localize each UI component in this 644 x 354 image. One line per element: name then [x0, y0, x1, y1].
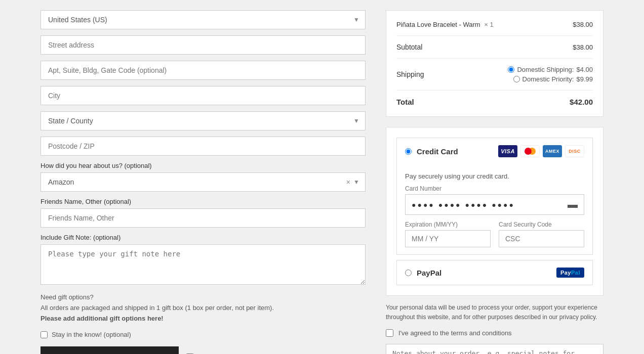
product-name: Piñata Love Bracelet - Warm × 1 — [396, 21, 494, 28]
total-row: Total $42.00 — [396, 98, 593, 106]
paypal-logo: PayPal — [556, 268, 584, 278]
state-group: State / County ▼ — [41, 111, 366, 130]
gift-options-heading: Need gift options? — [41, 293, 94, 301]
how-hear-clear-button[interactable]: × — [346, 178, 350, 186]
gift-options-line2: Please add additional gift options here! — [41, 315, 164, 322]
credit-card-header: Credit Card VISA AMEX DISC — [405, 145, 584, 157]
state-select[interactable]: State / County — [41, 111, 366, 130]
privacy-text: Your personal data will be used to proce… — [386, 303, 603, 322]
postcode-input[interactable] — [41, 137, 366, 156]
order-notes-textarea[interactable] — [386, 344, 603, 354]
credit-card-desc: Pay securely using your credit card. — [405, 172, 584, 180]
card-number-dots: ●●●● ●●●● ●●●● ●●●● — [412, 201, 568, 209]
gift-info-block: Need gift options? All orders are packag… — [41, 292, 366, 324]
country-group: United States (US) ▼ — [41, 10, 366, 29]
card-number-row: ●●●● ●●●● ●●●● ●●●● ▬ — [405, 194, 584, 215]
visa-icon: VISA — [498, 145, 517, 157]
credit-card-method: Credit Card VISA AMEX DISC — [396, 138, 593, 255]
gift-options-line1: All orders are packaged and shipped in 1… — [41, 304, 274, 312]
discover-icon: DISC — [565, 145, 584, 157]
domestic-shipping-label: Domestic Shipping: — [517, 66, 574, 73]
paypal-method: PayPal PayPal — [396, 260, 593, 285]
amex-icon: AMEX — [543, 145, 562, 157]
domestic-shipping-price: $4.00 — [576, 66, 593, 73]
city-group — [41, 86, 366, 105]
shipping-options: Domestic Shipping: $4.00 Domestic Priori… — [508, 66, 593, 83]
friends-group: Friends Name, Other (optional) — [41, 198, 366, 228]
stay-in-know-checkbox[interactable] — [41, 331, 48, 338]
billing-form: United States (US) ▼ State / County ▼ — [41, 10, 381, 354]
paypal-radio[interactable] — [405, 270, 412, 276]
gift-note-textarea[interactable] — [41, 244, 366, 285]
payment-section: Credit Card VISA AMEX DISC — [386, 127, 603, 296]
subtotal-label: Subtotal — [396, 43, 422, 51]
csc-input[interactable] — [499, 230, 584, 247]
domestic-shipping-option: Domestic Shipping: $4.00 — [508, 66, 593, 73]
gift-note-group: Include Gift Note: (optional) — [41, 234, 366, 286]
card-icons: VISA AMEX DISC — [498, 145, 584, 157]
card-number-label: Card Number — [405, 185, 584, 192]
how-hear-group: How did you hear about us? (optional) Am… — [41, 162, 366, 192]
apt-input[interactable] — [41, 61, 366, 80]
priority-shipping-price: $9.99 — [576, 75, 593, 83]
postcode-group — [41, 137, 366, 156]
country-select[interactable]: United States (US) — [41, 10, 366, 29]
terms-label: I've agreed to the terms and conditions — [398, 329, 512, 337]
total-label: Total — [396, 98, 414, 106]
expiry-group: Expiration (MM/YY) — [405, 221, 491, 247]
priority-shipping-radio[interactable] — [513, 76, 520, 82]
stay-in-know-row: Stay in the know! (optional) — [41, 331, 366, 338]
ship-different-row: SHIP TO A DIFFERENT ADDRESS ? — [41, 346, 366, 354]
priority-shipping-option: Domestic Priority: $9.99 — [513, 75, 593, 83]
product-row: Piñata Love Bracelet - Warm × 1 $38.00 — [396, 21, 593, 36]
mastercard-icon — [520, 145, 540, 157]
ship-different-button[interactable]: SHIP TO A DIFFERENT ADDRESS ? — [41, 346, 179, 354]
terms-row: I've agreed to the terms and conditions — [386, 329, 603, 337]
shipping-label: Shipping — [396, 70, 424, 78]
how-hear-label: How did you hear about us? (optional) — [41, 162, 366, 169]
paypal-label: PayPal — [417, 269, 441, 277]
order-summary-col: Piñata Love Bracelet - Warm × 1 $38.00 S… — [381, 10, 603, 354]
subtotal-row: Subtotal $38.00 — [396, 43, 593, 59]
credit-card-label: Credit Card — [417, 147, 458, 156]
domestic-shipping-radio[interactable] — [508, 66, 514, 73]
total-price: $42.00 — [570, 98, 593, 106]
street-group — [41, 35, 366, 55]
cc-row-two: Expiration (MM/YY) Card Security Code — [405, 221, 584, 247]
gift-note-label: Include Gift Note: (optional) — [41, 234, 366, 241]
apt-group — [41, 61, 366, 80]
stay-in-know-label: Stay in the know! (optional) — [52, 331, 131, 338]
how-hear-select[interactable]: Amazon — [41, 172, 366, 192]
city-input[interactable] — [41, 86, 366, 105]
terms-checkbox[interactable] — [386, 329, 393, 337]
credit-card-radio[interactable] — [405, 148, 412, 155]
card-visual-icon: ▬ — [568, 199, 578, 210]
csc-group: Card Security Code — [499, 221, 584, 247]
subtotal-price: $38.00 — [573, 43, 593, 51]
shipping-row: Shipping Domestic Shipping: $4.00 Domest… — [396, 66, 593, 91]
csc-label: Card Security Code — [499, 221, 584, 228]
friends-label: Friends Name, Other (optional) — [41, 198, 366, 205]
product-price: $38.00 — [573, 21, 593, 28]
expiry-input[interactable] — [405, 230, 491, 247]
credit-card-body: Pay securely using your credit card. Car… — [405, 165, 584, 247]
order-summary-box: Piñata Love Bracelet - Warm × 1 $38.00 S… — [386, 10, 603, 117]
friends-input[interactable] — [41, 208, 366, 228]
expiry-label: Expiration (MM/YY) — [405, 221, 491, 228]
street-input[interactable] — [41, 35, 366, 55]
priority-shipping-label: Domestic Priority: — [522, 75, 574, 83]
